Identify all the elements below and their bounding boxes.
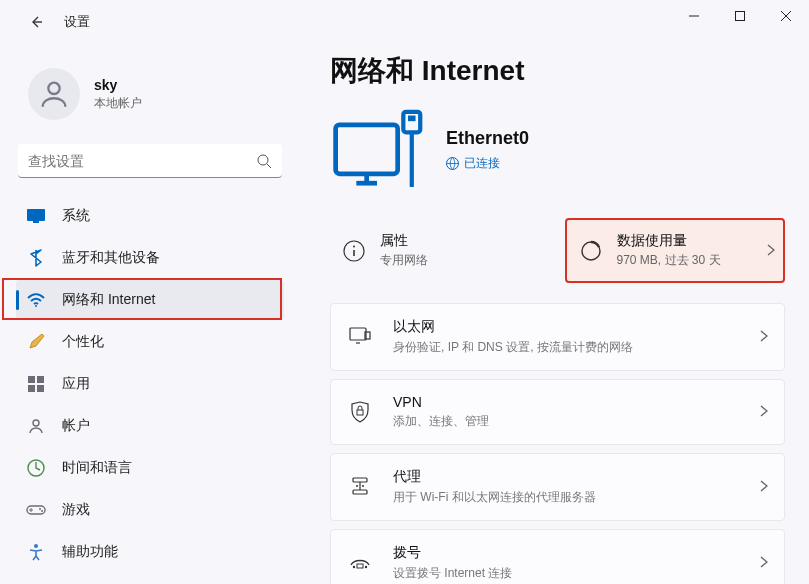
sidebar-item-time-language[interactable]: 时间和语言 — [16, 448, 284, 488]
svg-point-42 — [353, 566, 355, 568]
svg-point-4 — [48, 83, 59, 94]
svg-point-5 — [258, 155, 268, 165]
svg-point-20 — [41, 510, 43, 512]
network-status-block: Ethernet0 已连接 — [330, 108, 785, 202]
card-sub: 970 MB, 过去 30 天 — [617, 252, 768, 269]
sidebar-item-label: 时间和语言 — [62, 459, 132, 477]
lock-shield-icon — [350, 401, 370, 423]
card-title: 数据使用量 — [617, 232, 768, 250]
brush-icon — [26, 332, 46, 352]
sidebar-item-bluetooth[interactable]: 蓝牙和其他设备 — [16, 238, 284, 278]
sidebar-item-label: 个性化 — [62, 333, 104, 351]
item-title: 以太网 — [393, 318, 760, 336]
svg-rect-11 — [37, 376, 44, 383]
svg-rect-37 — [353, 478, 367, 482]
item-title: 拨号 — [393, 544, 760, 562]
sidebar: sky 本地帐户 系统 蓝牙和其他设备 网络和 Internet — [0, 52, 300, 584]
svg-point-43 — [365, 566, 367, 568]
search-input[interactable] — [28, 153, 256, 169]
svg-point-19 — [39, 508, 41, 510]
svg-rect-44 — [357, 564, 363, 568]
svg-rect-13 — [37, 385, 44, 392]
info-icon — [343, 240, 365, 262]
maximize-button[interactable] — [717, 0, 763, 32]
svg-rect-26 — [408, 116, 416, 122]
card-sub: 专用网络 — [380, 252, 539, 269]
minimize-button[interactable] — [671, 0, 717, 32]
svg-rect-7 — [27, 209, 45, 221]
properties-card[interactable]: 属性 专用网络 — [330, 218, 547, 283]
item-sub: 身份验证, IP 和 DNS 设置, 按流量计费的网络 — [393, 339, 760, 356]
user-sub: 本地帐户 — [94, 95, 142, 112]
sidebar-item-label: 帐户 — [62, 417, 90, 435]
svg-rect-22 — [336, 125, 398, 174]
close-icon — [780, 10, 792, 22]
proxy-item[interactable]: 代理 用于 Wi-Fi 和以太网连接的代理服务器 — [330, 453, 785, 521]
app-title: 设置 — [64, 13, 90, 31]
wifi-icon — [26, 290, 46, 310]
apps-icon — [26, 374, 46, 394]
data-usage-card[interactable]: 数据使用量 970 MB, 过去 30 天 — [565, 218, 786, 283]
chevron-right-icon — [760, 328, 768, 346]
sidebar-item-label: 辅助功能 — [62, 543, 118, 561]
sidebar-item-accounts[interactable]: 帐户 — [16, 406, 284, 446]
sidebar-item-gaming[interactable]: 游戏 — [16, 490, 284, 530]
svg-rect-1 — [736, 12, 745, 21]
sidebar-item-personalization[interactable]: 个性化 — [16, 322, 284, 362]
sidebar-item-accessibility[interactable]: 辅助功能 — [16, 532, 284, 572]
dialup-item[interactable]: 拨号 设置拨号 Internet 连接 — [330, 529, 785, 584]
svg-point-41 — [362, 485, 364, 487]
bluetooth-icon — [26, 248, 46, 268]
accounts-icon — [26, 416, 46, 436]
accessibility-icon — [26, 542, 46, 562]
close-button[interactable] — [763, 0, 809, 32]
ethernet-item[interactable]: 以太网 身份验证, IP 和 DNS 设置, 按流量计费的网络 — [330, 303, 785, 371]
nav-list: 系统 蓝牙和其他设备 网络和 Internet 个性化 应用 帐户 — [16, 196, 284, 584]
dialup-icon — [349, 555, 371, 571]
system-icon — [26, 206, 46, 226]
window-controls — [671, 0, 809, 32]
sidebar-item-system[interactable]: 系统 — [16, 196, 284, 236]
svg-rect-8 — [33, 221, 39, 223]
svg-point-40 — [356, 485, 358, 487]
main-content: 网络和 Internet Ethernet0 已连接 — [300, 52, 809, 584]
search-box[interactable] — [18, 144, 282, 178]
svg-rect-10 — [28, 376, 35, 383]
card-title: 属性 — [380, 232, 539, 250]
summary-cards: 属性 专用网络 数据使用量 970 MB, 过去 30 天 — [330, 218, 785, 283]
chevron-right-icon — [760, 403, 768, 421]
sidebar-item-network[interactable]: 网络和 Internet — [16, 280, 284, 320]
vpn-item[interactable]: VPN 添加、连接、管理 — [330, 379, 785, 445]
network-status: 已连接 — [446, 155, 529, 172]
sidebar-item-label: 应用 — [62, 375, 90, 393]
chevron-right-icon — [760, 554, 768, 572]
avatar — [28, 68, 80, 120]
minimize-icon — [688, 10, 700, 22]
data-usage-icon — [580, 240, 602, 262]
svg-point-31 — [353, 245, 355, 247]
svg-rect-36 — [357, 410, 363, 415]
sidebar-item-apps[interactable]: 应用 — [16, 364, 284, 404]
item-sub: 设置拨号 Internet 连接 — [393, 565, 760, 582]
sidebar-item-label: 网络和 Internet — [62, 291, 155, 309]
svg-point-14 — [33, 420, 39, 426]
globe-icon — [446, 157, 459, 170]
item-title: VPN — [393, 394, 760, 410]
back-button[interactable] — [20, 6, 52, 38]
search-icon — [256, 153, 272, 169]
globe-clock-icon — [26, 458, 46, 478]
person-icon — [37, 77, 71, 111]
sidebar-item-label: 游戏 — [62, 501, 90, 519]
chevron-right-icon — [760, 478, 768, 496]
user-name: sky — [94, 77, 142, 93]
svg-rect-38 — [353, 490, 367, 494]
gamepad-icon — [26, 500, 46, 520]
svg-rect-25 — [403, 112, 420, 133]
sidebar-item-privacy[interactable]: 隐私和安全性 — [16, 574, 284, 584]
chevron-right-icon — [767, 242, 775, 260]
network-name: Ethernet0 — [446, 128, 529, 149]
maximize-icon — [734, 10, 746, 22]
user-block[interactable]: sky 本地帐户 — [16, 52, 284, 140]
sidebar-item-label: 系统 — [62, 207, 90, 225]
monitor-ethernet-icon — [330, 108, 424, 202]
